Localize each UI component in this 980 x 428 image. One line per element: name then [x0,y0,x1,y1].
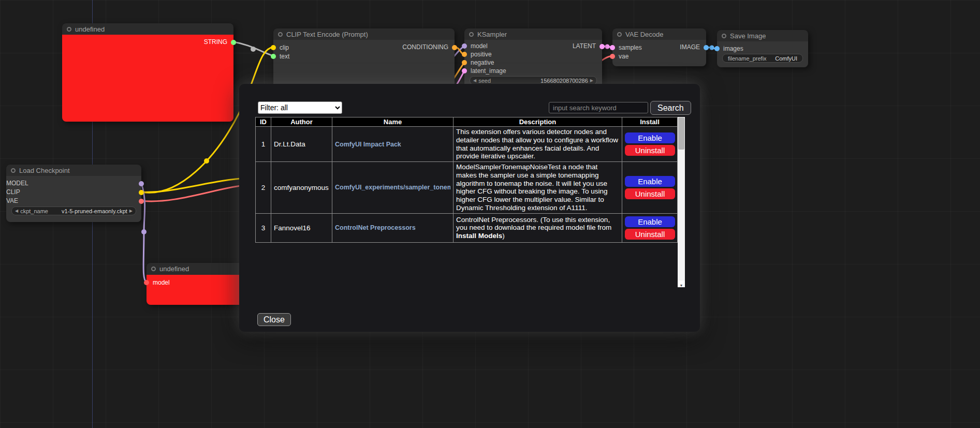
input-dot-negative[interactable] [462,60,467,65]
comfyui-canvas[interactable]: undefined STRING CLIP Text Encode (Promp… [0,0,980,428]
widget-name: ckpt_name [20,208,48,214]
scrollbar-thumb[interactable] [678,117,684,150]
node-save-image[interactable]: Save Image images filename_prefix ComfyU… [717,30,808,67]
collapse-dot-icon[interactable] [617,32,622,37]
slot-label: vae [619,53,628,60]
output-dot-model[interactable] [139,181,144,186]
node-title-bar[interactable]: undefined [62,23,233,35]
node-title: CLIP Text Encode (Prompt) [286,31,368,38]
output-dot-clip[interactable] [139,190,144,195]
increment-arrow-icon[interactable] [590,77,593,84]
collapse-dot-icon[interactable] [11,168,16,173]
wire-dot [141,229,147,234]
close-button[interactable]: Close [257,313,291,326]
output-dot-latent[interactable] [599,44,605,49]
cell-author: comfyanonymous [271,162,332,214]
widget-name: filename_prefix [728,55,767,62]
input-dot-samples[interactable] [610,45,615,50]
node-title-bar[interactable]: KSampler [464,28,602,40]
slot-label: latent_image [471,67,506,75]
input-dot-images[interactable] [714,46,720,51]
wire-dot [251,47,256,52]
wire-model-1 [141,183,147,282]
input-slot-text: text [273,52,455,61]
node-title-bar[interactable]: Save Image [717,30,808,41]
extension-name-link[interactable]: ComfyUI_experiments/sampler_tonemap [335,184,450,191]
collapse-dot-icon[interactable] [67,27,71,32]
input-dot-vae[interactable] [610,54,615,59]
collapse-dot-icon[interactable] [722,34,726,38]
node-ksampler[interactable]: KSampler model positive negative latent_… [464,28,602,89]
cell-description: ModelSamplerTonemapNoiseTest a node that… [454,162,622,214]
node-title-bar[interactable]: VAE Decode [612,28,706,40]
enable-button[interactable]: Enable [625,132,675,143]
widget-value: 156680208700286 [540,78,588,84]
input-slot-images: images [717,45,808,53]
enable-button[interactable]: Enable [625,176,675,187]
input-dot-latent-image[interactable] [462,68,467,73]
collapse-dot-icon[interactable] [151,267,156,271]
input-dot-clip[interactable] [271,45,276,50]
wire-string [233,42,273,56]
filename-prefix-widget[interactable]: filename_prefix ComfyUI [722,54,803,63]
cell-install: Enable Uninstall [622,213,678,242]
decrement-arrow-icon[interactable] [473,77,476,84]
search-button[interactable]: Search [650,101,691,115]
enable-button[interactable]: Enable [625,216,675,227]
uninstall-button[interactable]: Uninstall [625,188,675,199]
input-dot-model[interactable] [144,280,149,285]
custom-nodes-manager-dialog: Filter: all Search ID Author Name Descri… [239,84,700,332]
output-dot-vae[interactable] [139,199,144,204]
cell-id: 2 [256,162,271,214]
output-dot-conditioning[interactable] [452,45,457,50]
header-install: Install [622,117,678,127]
slot-label: model [471,42,488,50]
node-title-bar[interactable]: Load Checkpoint [6,165,141,176]
node-title: Save Image [730,32,766,40]
extension-name-link[interactable]: ComfyUI Impact Pack [335,141,450,148]
filter-select[interactable]: Filter: all [258,101,342,114]
node-title-bar[interactable]: CLIP Text Encode (Prompt) [273,28,455,40]
cell-install: Enable Uninstall [622,127,678,162]
node-title: VAE Decode [625,31,663,38]
node-undefined-bottom[interactable]: undefined model [147,263,244,305]
output-dot-string[interactable] [231,40,236,45]
widget-value: ComfyUI [775,55,797,62]
input-dot-model[interactable] [462,43,467,49]
output-slot-image: IMAGE [680,43,706,52]
node-undefined-top[interactable]: undefined STRING [62,23,233,122]
uninstall-button[interactable]: Uninstall [625,229,675,240]
output-slot-vae: VAE [6,197,141,205]
input-dot-positive[interactable] [462,52,467,57]
cell-id: 3 [256,213,271,242]
input-dot-text[interactable] [271,54,276,59]
scrollbar-down-icon[interactable] [678,281,685,287]
node-title: undefined [159,265,189,273]
search-input[interactable] [549,102,648,113]
collapse-dot-icon[interactable] [278,32,283,37]
description-text: ) [502,232,505,240]
table-header-row: ID Author Name Description Install [256,117,678,127]
wire-dot [605,45,610,49]
cell-description: ControlNet Preprocessors. (To use this e… [454,213,622,242]
output-slot-clip: CLIP [6,188,141,197]
table-scrollbar[interactable] [678,117,685,287]
node-title-bar[interactable]: undefined [147,263,244,275]
previous-arrow-icon[interactable] [15,207,18,215]
slot-label: STRING [204,38,227,46]
node-vae-decode[interactable]: VAE Decode samples vae IMAGE [612,28,706,66]
node-load-checkpoint[interactable]: Load Checkpoint MODEL CLIP VAE ckpt_name… [6,165,141,222]
slot-label: images [723,45,743,52]
extension-name-link[interactable]: ControlNet Preprocessors [335,224,450,231]
cell-install: Enable Uninstall [622,162,678,214]
next-arrow-icon[interactable] [129,207,133,215]
slot-label: MODEL [6,180,28,187]
slot-label: CONDITIONING [402,43,448,51]
slot-label: VAE [6,197,18,204]
collapse-dot-icon[interactable] [469,32,474,37]
slot-label: samples [619,44,642,51]
slot-label: IMAGE [680,43,700,51]
output-dot-image[interactable] [704,45,709,50]
uninstall-button[interactable]: Uninstall [625,145,675,156]
ckpt-name-widget[interactable]: ckpt_name v1-5-pruned-emaonly.ckpt [11,206,136,215]
